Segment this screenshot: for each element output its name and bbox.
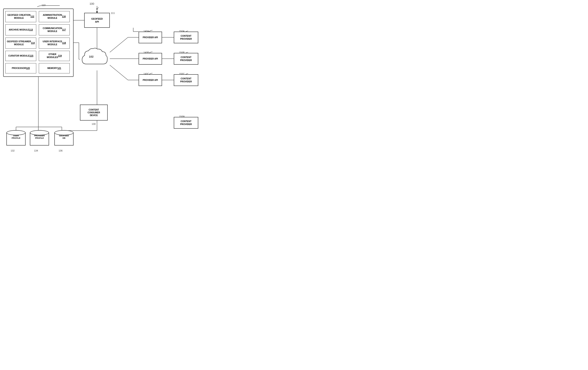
- svg-line-7: [110, 37, 128, 52]
- content-provider-150B: CONTENTPROVIDER: [174, 53, 198, 65]
- svg-line-10: [110, 65, 128, 80]
- module-119: OTHERMODULES 119: [39, 51, 70, 61]
- provider-api-140A: PROVIDER API: [139, 32, 162, 43]
- module-115: CURATOR MODULE 115: [5, 51, 36, 61]
- ref-111-label: 111: [111, 12, 115, 14]
- content-provider-150C: CONTENTPROVIDER: [174, 74, 198, 86]
- module-117: COMMUNICATIONMODULE 117: [39, 24, 70, 35]
- ref-110-label: 110: [42, 4, 45, 6]
- module-118: USER INTERFACEMODULE 118: [39, 38, 70, 49]
- ref-136-label: 136: [59, 149, 63, 152]
- ref-132-label: 132: [11, 149, 14, 152]
- ref-130-label: 130: [92, 123, 95, 125]
- module-116: ADMINISTRATIONMODULE 116: [39, 11, 70, 22]
- consumer-device-box: CONTENTCONSUMERDEVICE: [80, 105, 108, 120]
- server-box: GEOFEED CREATIONMODULE 112 ADMINISTRATIO…: [3, 9, 74, 77]
- ref-150N-label: 150N: [179, 115, 185, 118]
- ref-140B-label: 140B: [144, 51, 149, 54]
- provider-api-140C: PROVIDER API: [139, 74, 162, 86]
- ref-134-label: 134: [34, 149, 38, 152]
- network-cloud: 102: [80, 47, 110, 70]
- ref-140C-label: 140C: [144, 73, 149, 75]
- ref-150B-label: 150B: [179, 51, 185, 54]
- content-provider-150A: CONTENTPROVIDER: [174, 32, 198, 43]
- ref-100-label: 100: [90, 2, 94, 5]
- provider-api-140B: PROVIDER API: [139, 53, 162, 65]
- module-112: GEOFEED CREATIONMODULE 112: [5, 11, 36, 22]
- ref-150C-label: 150C: [179, 73, 185, 75]
- ref-140A-label: 140A: [144, 30, 149, 33]
- module-114: GEOFEED STREAMERMODULE 114: [5, 38, 36, 49]
- db-provider-profile: PROVIDERPROFILE: [30, 130, 49, 147]
- system-diagram: 110 GEOFEED CREATIONMODULE 112 ADMINISTR…: [0, 0, 294, 185]
- network-label: 102: [89, 55, 94, 58]
- module-120: PROCESSOR 120: [5, 63, 36, 73]
- module-113: ARCHIVE MODULE 113: [5, 24, 36, 35]
- ref-100-arrow: ↙: [96, 6, 99, 11]
- geofeed-api-box: GEOFEEDAPI: [84, 13, 110, 28]
- ref-150A-label: 150A: [179, 30, 185, 33]
- db-user-profile: USERPROFILE: [6, 130, 26, 147]
- module-121: MEMORY 121: [39, 63, 70, 73]
- content-provider-150N: CONTENTPROVIDER: [174, 117, 198, 129]
- db-geofeed: GEOFEEDDB: [54, 130, 74, 147]
